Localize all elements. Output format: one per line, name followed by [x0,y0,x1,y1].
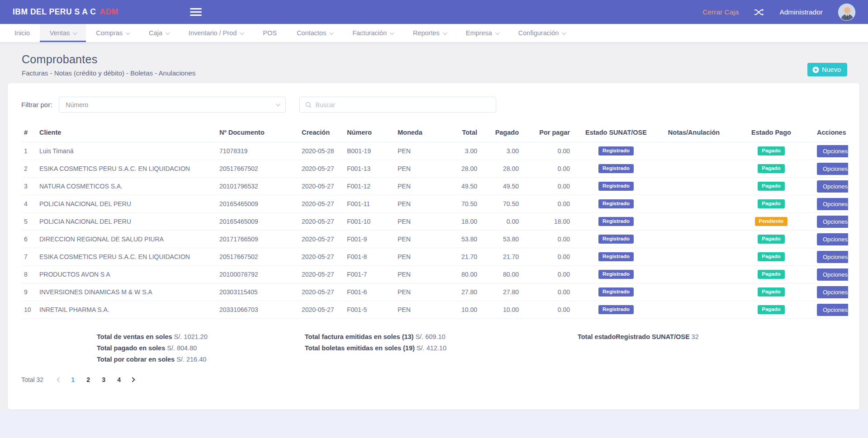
nav-item-contactos[interactable]: Contactos [287,24,342,42]
nav-item-pos[interactable]: POS [253,24,287,42]
total-line: Total de ventas en soles S/. 1021.20 [97,331,208,343]
table-row: 2ESIKA COSMETICS PERU S.A.C. EN LIQUIDAC… [21,160,848,178]
column-header-estado-pago: Estado Pago [728,124,814,142]
payment-status-badge: Pagado [758,252,785,261]
nav-shadow-strip [0,42,868,46]
cell-acciones: Opciones [814,266,848,283]
cell-numero: F001-11 [344,195,395,213]
cell-por_pagar: 0.00 [522,266,573,283]
nav-item-caja[interactable]: Caja [139,24,179,42]
options-button[interactable]: Opciones [817,268,848,281]
column-header-n-documento: Nº Documento [217,124,299,142]
pagination: Total 32 1234 [21,376,848,383]
cell-por_pagar: 0.00 [522,178,573,195]
table-row: 5POLICIA NACIONAL DEL PERU20165465009202… [21,213,848,231]
payment-status-badge: Pagado [758,164,785,173]
column-header-pagado: Pagado [480,124,522,142]
pagination-total: Total 32 [21,376,43,383]
user-name[interactable]: Administrador [779,8,823,16]
cell-creacion: 2020-05-27 [299,178,344,195]
cell-por_pagar: 0.00 [522,142,573,160]
nav-item-compras[interactable]: Compras [86,24,139,42]
shuffle-icon[interactable] [754,8,764,16]
cell-pagado: 80.00 [480,266,522,283]
cerrar-caja-link[interactable]: Cerrar Caja [702,8,739,16]
column-header-acciones: Acciones [814,124,848,142]
table-row: 1Luis Timaná710783192020-05-28B001-19PEN… [21,142,848,160]
nav-item-empresa[interactable]: Empresa [456,24,508,42]
cell-notas-anulacion [659,301,728,319]
cell-creacion: 2020-05-27 [299,160,344,178]
filter-type-select[interactable]: Número [59,97,286,113]
chevron-down-icon [329,30,334,35]
nav-item-label: Contactos [297,29,326,37]
cell-documento: 20101796532 [217,178,299,195]
chevron-right-icon[interactable] [127,378,138,381]
page-button-2[interactable]: 2 [81,376,96,383]
options-button[interactable]: Opciones [817,216,848,228]
nav-item-inicio[interactable]: Inicio [5,24,40,42]
plus-icon [812,66,819,73]
nav-item-label: Empresa [466,29,492,37]
cell-moneda: PEN [395,142,439,160]
cell-acciones: Opciones [814,283,848,301]
cell-estado-pago: Pagado [728,160,814,178]
cell-n: 5 [21,213,37,231]
table-row: 8PRODUCTOS AVON S A201000787922020-05-27… [21,266,848,283]
cell-creacion: 2020-05-27 [299,266,344,283]
nav-item-configuraci-n[interactable]: Configuración [508,24,575,42]
cell-estado-sunat: Registrado [573,195,659,213]
cell-documento: 20331066703 [217,301,299,319]
chevron-down-icon [126,30,130,35]
total-value: S/. 412.10 [415,344,446,352]
cell-pagado: 0.00 [480,213,522,231]
cell-pagado: 3.00 [480,142,522,160]
cell-acciones: Opciones [814,195,848,213]
payment-status-badge: Pendiente [755,217,788,226]
sunat-status-badge: Registrado [598,270,634,279]
options-button[interactable]: Opciones [817,251,848,263]
cell-estado-pago: Pagado [728,178,814,195]
cell-notas-anulacion [659,283,728,301]
avatar[interactable] [838,4,855,21]
nav-item-facturaci-n[interactable]: Facturación [342,24,403,42]
totals-estado: Total estadoRegistrado SUNAT/OSE 32 [578,331,699,365]
options-button[interactable]: Opciones [817,163,848,175]
chevron-down-icon [562,30,566,35]
page-button-4[interactable]: 4 [111,376,127,383]
cell-pagado: 70.50 [480,195,522,213]
brand: IBM DEL PERU S A CADM [13,7,119,17]
totals-emitidas: Total factura emitidas en soles (13) S/.… [305,331,446,365]
chevron-down-icon [443,30,447,35]
cell-notas-anulacion [659,248,728,266]
nav-item-inventario-prod[interactable]: Inventario / Prod [179,24,253,42]
options-button[interactable]: Opciones [817,198,848,210]
options-button[interactable]: Opciones [817,304,848,316]
options-button[interactable]: Opciones [817,233,848,245]
cell-por_pagar: 0.00 [522,160,573,178]
cell-pagado: 27.80 [480,283,522,301]
nav-item-label: Configuración [518,29,559,37]
options-button[interactable]: Opciones [817,145,848,157]
cell-notas-anulacion [659,178,728,195]
menu-icon[interactable] [190,6,202,18]
table-body: 1Luis Timaná710783192020-05-28B001-19PEN… [21,142,848,319]
column-header-: # [21,124,37,142]
cell-estado-sunat: Registrado [573,301,659,319]
page-button-3[interactable]: 3 [96,376,111,383]
nav-item-reportes[interactable]: Reportes [403,24,456,42]
brand-name: IBM DEL PERU S A C [13,7,96,16]
chevron-down-icon [166,30,170,35]
payment-status-badge: Pagado [758,182,785,191]
cell-acciones: Opciones [814,248,848,266]
total-value: S/. 216.40 [175,356,206,363]
cell-creacion: 2020-05-27 [299,195,344,213]
nav-item-label: POS [263,29,277,37]
page-button-1[interactable]: 1 [65,376,81,383]
search-input[interactable] [315,101,490,108]
new-button[interactable]: Nuevo [807,63,847,76]
nav-item-ventas[interactable]: Ventas [40,24,86,42]
options-button[interactable]: Opciones [817,286,848,298]
chevron-left-icon[interactable] [53,378,65,381]
options-button[interactable]: Opciones [817,180,848,193]
